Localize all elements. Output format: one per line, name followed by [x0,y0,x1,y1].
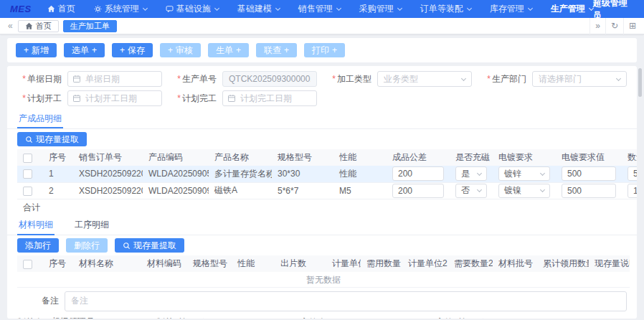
nav-infrastructure[interactable]: 基础设施 [166,3,219,15]
clock-icon [199,318,207,319]
extract-stock-button[interactable]: 现存量提取 [17,132,87,146]
nav-base-modeling[interactable]: 基础建模 [237,3,280,15]
select-value: 是 [461,168,470,180]
search-icon [25,136,33,143]
cell-spec: 30*30 [272,166,333,182]
select-all-checkbox[interactable] [23,154,32,163]
auditor-field-group: 审核人 [300,315,416,319]
field-label: *生产单号 [172,73,217,85]
save-button[interactable]: +保存 [112,43,153,57]
select-order-button[interactable]: 选单+ [64,43,105,57]
row-checkbox[interactable] [23,169,32,179]
chevron-down-icon [336,5,341,10]
production-order-no-field[interactable] [222,71,317,87]
column-header: 现存量说明 [589,255,630,272]
tab-process-detail[interactable]: 工序明细 [73,217,110,235]
nav-system-mgmt[interactable]: 系统管理 [94,3,147,15]
nav-sales-mgmt[interactable]: 销售管理 [298,3,341,15]
column-header: 序号 [43,149,73,166]
extract-stock-button-2[interactable]: 现存量提取 [115,238,184,253]
production-dept-select[interactable]: 请选择部门 [532,71,627,87]
cell-select-plating[interactable]: 镀锌 [498,166,550,181]
create-time-field-group: 制单时间 [156,315,280,319]
column-header: 产品编码 [143,149,209,166]
nav-item-label: 首页 [58,3,75,15]
button-label: 新增 [32,44,49,57]
nav-order-assembly[interactable]: 订单等装配 [420,3,471,15]
linked-query-button[interactable]: 联查+ [256,43,297,57]
nav-purchase-mgmt[interactable]: 采购管理 [359,3,402,15]
planned-finish-field-group: *计划完工 [172,90,317,107]
cell-sales-order: XSDH2025092200286 [73,182,143,199]
planned-start-field[interactable] [67,90,162,106]
plus-icon: + [120,45,125,55]
cell-input-plating-value[interactable] [562,166,616,181]
column-header: 是否充磁 [450,149,493,166]
delete-row-button[interactable]: 删除行 [66,238,108,253]
refresh-icon[interactable]: ↻ [605,18,623,34]
nav-production-mgmt[interactable]: 生产管理 [551,3,593,15]
cell-select-plating[interactable]: 镀镍 [498,184,550,198]
chevron-down-icon [477,187,482,192]
column-header: 产品名称 [209,149,272,166]
print-button[interactable]: 打印+ [304,43,345,57]
plus-icon: + [24,45,29,55]
required-asterisk: * [487,74,491,84]
add-row-button[interactable]: 添加行 [17,238,59,253]
remark-label: 备注 [17,291,59,310]
tab-home[interactable]: 首页 [18,20,59,32]
generate-order-button[interactable]: 生单+ [208,43,249,57]
doc-date-field-group: *单据日期 [17,70,162,88]
cell-input-qty[interactable] [628,184,637,198]
vertical-scrollbar[interactable] [638,68,642,97]
nav-item-label: 订单等装配 [420,3,463,15]
tab-product-detail[interactable]: 产成品明细 [17,111,63,128]
cell-select-magnetize[interactable]: 是 [455,166,487,181]
nav-item-label: 销售管理 [298,3,333,15]
tab-bar: « 首页生产加工单 » ↻ ⊞ [0,18,644,34]
nav-item-label: 库存管理 [490,3,524,15]
doc-date-field[interactable] [67,71,162,87]
audit-time-field[interactable] [478,315,557,319]
add-button[interactable]: +新增 [16,43,57,57]
cell-product-code: WLDA2025090500019 [143,166,209,182]
cell-input-plating-value[interactable] [562,184,616,198]
planned-finish-field[interactable] [222,90,317,106]
audit-button[interactable]: +审核 [160,43,201,57]
column-header: 材料批号 [493,255,537,272]
cell-select-magnetize[interactable]: 否 [455,184,487,198]
nav-inventory-mgmt[interactable]: 库存管理 [490,3,532,15]
row-checkbox[interactable] [23,187,32,196]
layout-grid-icon[interactable]: ⊞ [623,18,641,34]
open-tabs: 首页生产加工单 [18,20,117,32]
cell-sales-order: XSDH2025092200286 [73,166,143,182]
creator-field[interactable]: 超级管理员 [50,315,136,319]
collapse-tabs-icon[interactable]: « [3,21,18,31]
field-label: *计划完工 [172,93,217,105]
cell-input-qty[interactable] [628,166,637,181]
chat-icon [166,5,174,13]
table-row: 1XSDH2025092200286WLDA2025090500019多计量存货… [17,166,637,182]
product-section-header: 产成品明细 [7,111,637,129]
expand-tabs-icon[interactable]: » [589,18,605,34]
column-header: 性能 [333,149,387,166]
select-all-checkbox[interactable] [23,260,32,269]
field-label: 制单人 [17,316,43,319]
cell-product-name: 磁铁A [209,182,272,199]
cell-input-tolerance[interactable] [392,184,444,198]
chevron-down-icon [528,5,533,10]
select-value: 镀锌 [504,168,521,180]
column-header: 数量 [622,149,637,166]
chevron-down-icon [214,5,219,10]
nav-home[interactable]: 首页 [47,3,75,15]
auditor-field[interactable] [333,315,416,319]
tab-current-page[interactable]: 生产加工单 [63,20,117,32]
tab-material-detail[interactable]: 材料明细 [17,217,55,235]
required-asterisk: * [22,93,26,103]
chevron-down-icon [397,5,402,10]
button-label: 联查 [264,44,281,57]
cell-input-tolerance[interactable] [392,166,444,181]
remark-input[interactable] [65,291,627,311]
create-time-field[interactable] [198,315,280,319]
process-type-select[interactable]: 业务类型 [377,71,472,87]
